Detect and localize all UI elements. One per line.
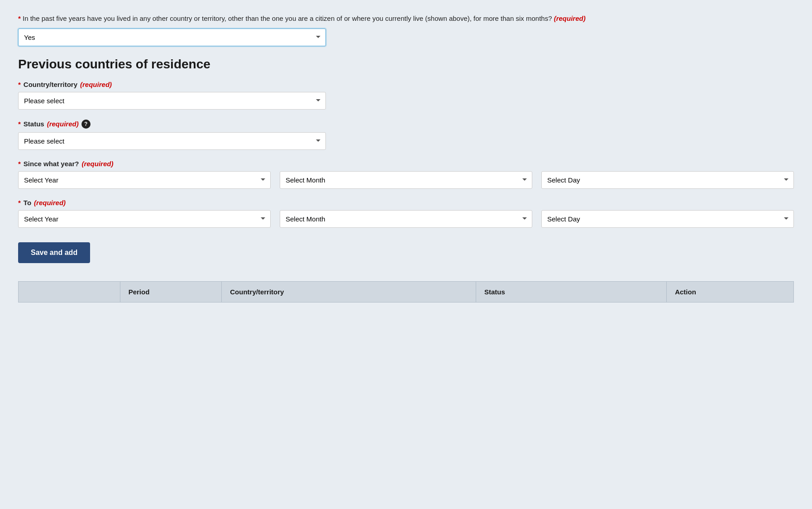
- table-header-period: Period: [120, 281, 222, 302]
- required-text-since: (required): [81, 160, 113, 168]
- since-day-select[interactable]: Select Day: [541, 171, 794, 189]
- save-and-add-button[interactable]: Save and add: [18, 242, 90, 263]
- required-text-to: (required): [34, 199, 66, 206]
- required-star-since: *: [18, 160, 21, 168]
- since-year-field-group: * Since what year? (required) Select Yea…: [18, 160, 794, 189]
- country-territory-field-group: * Country/territory (required) Please se…: [18, 81, 794, 110]
- main-container: * In the past five years have you lived …: [0, 0, 812, 316]
- to-date-row: Select Year Select Month Select Day: [18, 210, 794, 228]
- required-star-question: *: [18, 14, 21, 22]
- since-year-date-row: Select Year Select Month Select Day: [18, 171, 794, 189]
- required-star-status: *: [18, 120, 21, 128]
- status-label-text: Status: [24, 120, 44, 128]
- status-field-group: * Status (required) ? Please select: [18, 120, 794, 150]
- to-day-select[interactable]: Select Day: [541, 210, 794, 228]
- table-header: Period Country/territory Status Action: [19, 281, 794, 302]
- required-text-country: (required): [80, 81, 112, 88]
- since-year-select[interactable]: Select Year: [18, 171, 271, 189]
- country-territory-label-text: Country/territory: [24, 81, 77, 88]
- table-header-country: Country/territory: [222, 281, 476, 302]
- table-header-status: Status: [476, 281, 666, 302]
- status-select[interactable]: Please select: [18, 132, 326, 150]
- to-label-text: To: [24, 199, 31, 206]
- since-year-label: * Since what year? (required): [18, 160, 794, 168]
- table-header-index: [19, 281, 120, 302]
- to-month-select[interactable]: Select Month: [280, 210, 532, 228]
- table-header-row: Period Country/territory Status Action: [19, 281, 794, 302]
- status-help-icon[interactable]: ?: [81, 120, 91, 129]
- status-label: * Status (required) ?: [18, 120, 794, 129]
- to-field-group: * To (required) Select Year Select Month…: [18, 199, 794, 228]
- question-label: * In the past five years have you lived …: [18, 14, 794, 24]
- country-territory-select[interactable]: Please select: [18, 92, 326, 110]
- table-header-action: Action: [667, 281, 794, 302]
- lived-other-country-select[interactable]: Yes No: [18, 29, 326, 46]
- section-title: Previous countries of residence: [18, 57, 794, 72]
- question-text: In the past five years have you lived in…: [23, 14, 552, 22]
- required-text-status: (required): [47, 120, 79, 128]
- required-star-country: *: [18, 81, 21, 88]
- since-month-select[interactable]: Select Month: [280, 171, 532, 189]
- country-territory-label: * Country/territory (required): [18, 81, 794, 88]
- since-year-label-text: Since what year?: [24, 160, 79, 168]
- required-text-question: (required): [554, 14, 586, 22]
- required-star-to: *: [18, 199, 21, 206]
- to-label: * To (required): [18, 199, 794, 206]
- residence-table: Period Country/territory Status Action: [18, 281, 794, 303]
- to-year-select[interactable]: Select Year: [18, 210, 271, 228]
- question-section: * In the past five years have you lived …: [18, 14, 794, 46]
